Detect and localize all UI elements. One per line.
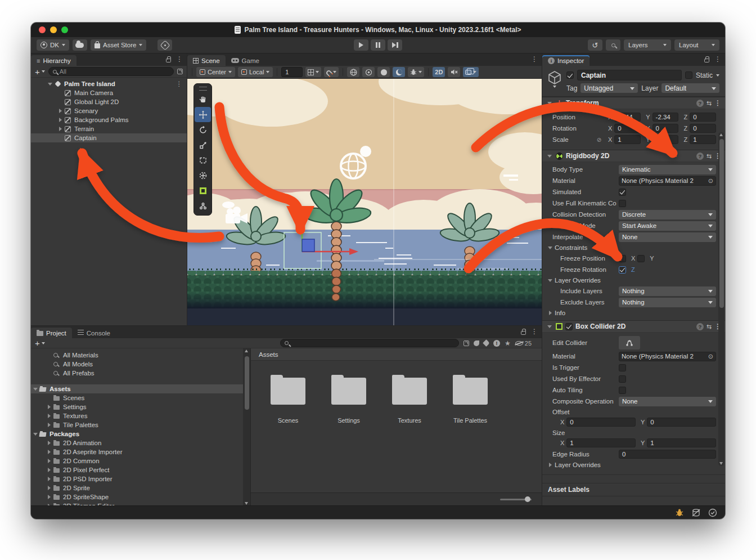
search-button[interactable] <box>606 39 620 51</box>
account-dropdown[interactable]: DK <box>37 39 69 51</box>
tasks-done-check-icon[interactable] <box>708 508 717 517</box>
tab-hierarchy[interactable]: ≡ Hierarchy <box>31 55 76 66</box>
foldout-icon[interactable] <box>46 486 52 490</box>
kebab-menu-icon[interactable]: ⋮ <box>531 328 538 335</box>
foldout-icon[interactable] <box>46 504 52 505</box>
freeze-position-x-checkbox[interactable] <box>619 255 626 262</box>
tree-row[interactable]: Settings <box>31 402 250 411</box>
asset-folder[interactable]: Scenes <box>267 373 309 424</box>
gameobject-active-checkbox[interactable] <box>566 71 574 79</box>
scene-debug-dropdown[interactable] <box>408 67 424 77</box>
foldout-icon[interactable] <box>46 441 52 445</box>
tree-row[interactable]: Main Camera <box>31 88 187 97</box>
inspector-scrollbar[interactable] <box>718 132 724 466</box>
include-layers-dropdown[interactable]: Nothing <box>619 286 716 296</box>
help-icon[interactable] <box>696 100 704 107</box>
tree-row[interactable]: 2D Animation <box>31 438 250 447</box>
help-icon[interactable] <box>696 323 704 330</box>
tree-row[interactable]: 2D Common <box>31 456 250 465</box>
lock-icon[interactable] <box>521 331 526 335</box>
scroll-up-icon[interactable] <box>719 133 723 136</box>
scale-y-field[interactable]: 1 <box>652 135 679 144</box>
tree-row[interactable]: 2D Tilemap Editor <box>31 501 250 505</box>
rotation-x-field[interactable]: 0 <box>614 124 641 133</box>
body-type-dropdown[interactable]: Kinematic <box>619 165 716 174</box>
tree-row[interactable]: 2D Pixel Perfect <box>31 465 250 474</box>
toolstrip-drag-handle[interactable] <box>199 87 207 91</box>
scroll-down-icon[interactable] <box>245 502 248 505</box>
object-picker-icon[interactable]: ⊙ <box>708 177 713 185</box>
freeze-rotation-z-checkbox[interactable] <box>619 266 626 274</box>
position-y-field[interactable]: -2.34 <box>652 113 679 122</box>
filter-by-type-button[interactable] <box>474 341 479 346</box>
object-picker-icon[interactable]: ⊙ <box>708 353 713 360</box>
interpolate-dropdown[interactable]: None <box>619 232 716 242</box>
tree-row[interactable]: All Materials <box>31 351 250 360</box>
popout-icon[interactable] <box>464 341 469 346</box>
tree-row[interactable]: 2D Sprite <box>31 483 250 492</box>
edit-collider-tool[interactable] <box>195 183 211 198</box>
foldout-icon[interactable] <box>46 477 52 481</box>
kebab-menu-icon[interactable]: ⋮ <box>714 56 721 62</box>
asset-folder[interactable]: Tile Palettes <box>449 373 492 424</box>
kebab-menu-icon[interactable]: ⋮ <box>531 56 538 62</box>
offset-x-field[interactable]: 0 <box>566 418 636 427</box>
filter-by-label-button[interactable] <box>484 341 489 346</box>
gameobject-name-field[interactable]: Captain <box>577 70 682 80</box>
tree-row[interactable]: Assets <box>31 384 250 393</box>
foldout-icon[interactable] <box>46 423 52 427</box>
link-scale-icon[interactable]: ⊘ <box>595 137 603 143</box>
tree-row[interactable]: Textures <box>31 411 250 420</box>
foldout-icon[interactable] <box>546 155 553 158</box>
asset-folder[interactable]: Settings <box>327 373 370 424</box>
grid-size-field[interactable]: 1 <box>281 67 303 77</box>
layer-overrides-foldout[interactable]: Layer Overrides <box>542 275 725 285</box>
debug-bug-icon[interactable] <box>675 508 684 517</box>
tree-row[interactable]: 2D SpriteShape <box>31 492 250 501</box>
tool-handle-rotation-dropdown[interactable]: Local <box>238 67 273 77</box>
thumbnail-size-slider[interactable] <box>500 499 532 500</box>
view-hand-tool[interactable] <box>195 92 211 107</box>
rotation-y-field[interactable]: 0 <box>652 124 679 133</box>
tool-handle-pivot-dropdown[interactable]: Center <box>196 67 235 77</box>
foldout-icon[interactable] <box>57 127 64 131</box>
transform-header[interactable]: Transform ⋮ <box>542 97 725 109</box>
foldout-icon[interactable] <box>546 325 553 328</box>
slider-knob[interactable] <box>525 496 530 502</box>
presets-icon[interactable] <box>706 100 712 107</box>
position-z-field[interactable]: 0 <box>690 113 716 122</box>
scale-tool[interactable] <box>195 137 211 153</box>
available-custom-tool[interactable] <box>195 198 211 213</box>
chevron-down-icon[interactable] <box>553 86 556 88</box>
foldout-icon[interactable] <box>46 468 52 472</box>
scale-x-field[interactable]: 1 <box>614 135 641 144</box>
simulated-checkbox[interactable] <box>619 189 626 196</box>
play-button[interactable] <box>354 39 368 51</box>
tab-scene[interactable]: Scene <box>187 55 226 66</box>
tree-row[interactable]: Tile Palettes <box>31 420 250 429</box>
undo-history-button[interactable]: ↺ <box>588 39 602 51</box>
collision-detection-dropdown[interactable]: Discrete <box>619 210 716 219</box>
minimize-window-button[interactable] <box>50 26 57 33</box>
close-window-button[interactable] <box>39 26 46 33</box>
toggle-2d-button[interactable]: 2D <box>433 67 445 77</box>
info-foldout[interactable]: Info <box>542 308 725 318</box>
add-gameobject-button[interactable]: + <box>35 68 45 76</box>
project-search-input[interactable] <box>280 339 459 347</box>
foldout-icon[interactable] <box>57 118 64 122</box>
offset-y-field[interactable]: 0 <box>647 418 716 427</box>
scroll-down-icon[interactable] <box>719 462 723 465</box>
boxcollider2d-header[interactable]: Box Collider 2D ⋮ <box>542 320 725 333</box>
foldout-icon[interactable] <box>46 414 52 418</box>
composite-operation-dropdown[interactable]: None <box>619 397 716 406</box>
foldout-icon[interactable] <box>546 102 553 105</box>
presets-icon[interactable] <box>706 323 712 330</box>
tree-row[interactable]: Scenary <box>31 106 187 115</box>
kebab-menu-icon[interactable]: ⋮ <box>714 100 721 106</box>
rigidbody2d-header[interactable]: Rigidbody 2D ⋮ <box>542 150 725 162</box>
kebab-menu-icon[interactable]: ⋮ <box>176 56 183 62</box>
asset-store-button[interactable]: Asset Store <box>91 39 146 51</box>
foldout-icon[interactable] <box>32 388 39 391</box>
tab-console[interactable]: Console <box>72 328 116 338</box>
rect-tool[interactable] <box>195 153 211 168</box>
